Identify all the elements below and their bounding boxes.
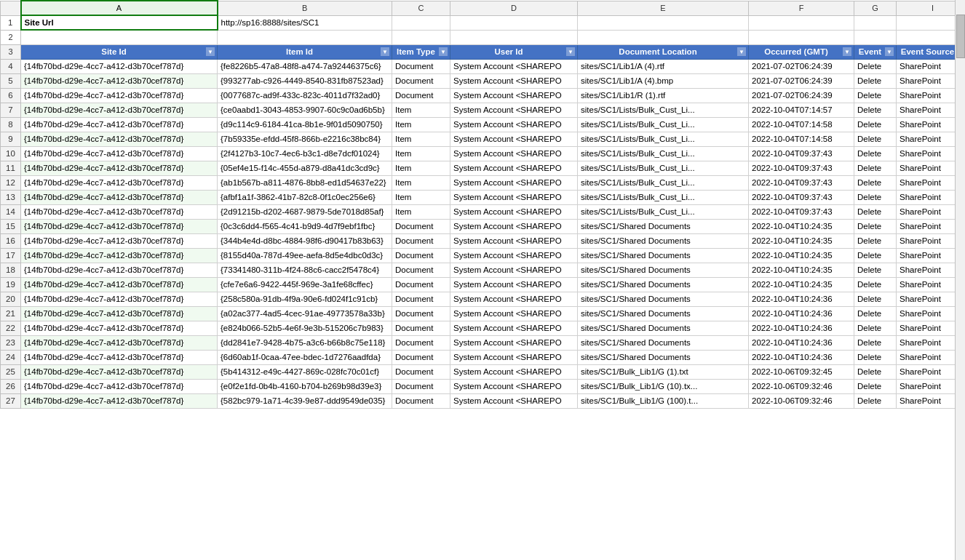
cell-c16[interactable]: Document [392,233,450,248]
cell-c8[interactable]: Item [392,117,450,132]
cell-g2[interactable] [854,30,897,44]
cell-d15[interactable]: System Account <SHAREPO [450,219,578,233]
cell-b12[interactable]: {ab1b567b-a811-4876-8bb8-ed1d54637e22} [218,175,392,190]
cell-f25[interactable]: 2022-10-06T09:32:45 [749,364,854,379]
cell-g15[interactable]: Delete [854,219,897,233]
cell-b22[interactable]: {e824b066-52b5-4e6f-9e3b-515206c7b983} [218,321,392,335]
cell-e17[interactable]: sites/SC1/Shared Documents [578,248,749,263]
cell-a19[interactable]: {14fb70bd-d29e-4cc7-a412-d3b70cef787d} [21,277,218,292]
cell-e11[interactable]: sites/SC1/Lists/Bulk_Cust_Li... [578,161,749,175]
cell-f24[interactable]: 2022-10-04T10:24:36 [749,350,854,364]
user-id-dropdown[interactable]: ▼ [566,47,575,56]
cell-f6[interactable]: 2021-07-02T06:24:39 [749,88,854,103]
cell-d25[interactable]: System Account <SHAREPO [450,364,578,379]
cell-e16[interactable]: sites/SC1/Shared Documents [578,233,749,248]
cell-e20[interactable]: sites/SC1/Shared Documents [578,292,749,306]
cell-c17[interactable]: Document [392,248,450,263]
cell-a10[interactable]: {14fb70bd-d29e-4cc7-a412-d3b70cef787d} [21,146,218,161]
cell-b4[interactable]: {fe8226b5-47a8-48f8-a474-7a92446375c6} [218,59,392,73]
event-dropdown[interactable]: ▼ [885,47,894,56]
cell-b20[interactable]: {258c580a-91db-4f9a-90e6-fd024f1c91cb} [218,292,392,306]
cell-d23[interactable]: System Account <SHAREPO [450,335,578,350]
cell-e21[interactable]: sites/SC1/Shared Documents [578,306,749,321]
cell-a24[interactable]: {14fb70bd-d29e-4cc7-a412-d3b70cef787d} [21,350,218,364]
cell-c2[interactable] [392,30,450,44]
cell-a20[interactable]: {14fb70bd-d29e-4cc7-a412-d3b70cef787d} [21,292,218,306]
cell-c1[interactable] [392,15,450,30]
cell-f23[interactable]: 2022-10-04T10:24:36 [749,335,854,350]
cell-a25[interactable]: {14fb70bd-d29e-4cc7-a412-d3b70cef787d} [21,364,218,379]
cell-g21[interactable]: Delete [854,306,897,321]
cell-a18[interactable]: {14fb70bd-d29e-4cc7-a412-d3b70cef787d} [21,263,218,277]
cell-a26[interactable]: {14fb70bd-d29e-4cc7-a412-d3b70cef787d} [21,379,218,393]
cell-a4[interactable]: {14fb70bd-d29e-4cc7-a412-d3b70cef787d} [21,59,218,73]
cell-d19[interactable]: System Account <SHAREPO [450,277,578,292]
cell-f14[interactable]: 2022-10-04T09:37:43 [749,204,854,219]
filter-event[interactable]: Event ▼ [854,44,897,59]
cell-b24[interactable]: {6d60ab1f-0caa-47ee-bdec-1d7276aadfda} [218,350,392,364]
cell-b7[interactable]: {ce0aabd1-3043-4853-9907-60c9c0ad6b5b} [218,103,392,117]
cell-c10[interactable]: Item [392,146,450,161]
cell-g4[interactable]: Delete [854,59,897,73]
cell-f16[interactable]: 2022-10-04T10:24:35 [749,233,854,248]
item-type-dropdown[interactable]: ▼ [439,47,448,56]
cell-e19[interactable]: sites/SC1/Shared Documents [578,277,749,292]
cell-e4[interactable]: sites/SC1/Lib1/A (4).rtf [578,59,749,73]
cell-g18[interactable]: Delete [854,263,897,277]
cell-a8[interactable]: {14fb70bd-d29e-4cc7-a412-d3b70cef787d} [21,117,218,132]
cell-e25[interactable]: sites/SC1/Bulk_Lib1/G (1).txt [578,364,749,379]
cell-e12[interactable]: sites/SC1/Lists/Bulk_Cust_Li... [578,175,749,190]
cell-e26[interactable]: sites/SC1/Bulk_Lib1/G (10).tx... [578,379,749,393]
cell-g20[interactable]: Delete [854,292,897,306]
cell-f17[interactable]: 2022-10-04T10:24:35 [749,248,854,263]
cell-f12[interactable]: 2022-10-04T09:37:43 [749,175,854,190]
cell-a27[interactable]: {14fb70bd-d29e-4cc7-a412-d3b70cef787d} [21,393,218,408]
cell-f13[interactable]: 2022-10-04T09:37:43 [749,190,854,204]
cell-e15[interactable]: sites/SC1/Shared Documents [578,219,749,233]
cell-f19[interactable]: 2022-10-04T10:24:35 [749,277,854,292]
cell-f9[interactable]: 2022-10-04T07:14:58 [749,132,854,146]
filter-item-id[interactable]: Item Id ▼ [218,44,392,59]
cell-b18[interactable]: {73341480-311b-4f24-88c6-cacc2f5478c4} [218,263,392,277]
cell-d26[interactable]: System Account <SHAREPO [450,379,578,393]
cell-d27[interactable]: System Account <SHAREPO [450,393,578,408]
cell-f7[interactable]: 2022-10-04T07:14:57 [749,103,854,117]
cell-a14[interactable]: {14fb70bd-d29e-4cc7-a412-d3b70cef787d} [21,204,218,219]
cell-f21[interactable]: 2022-10-04T10:24:36 [749,306,854,321]
filter-user-id[interactable]: User Id ▼ [450,44,578,59]
cell-d17[interactable]: System Account <SHAREPO [450,248,578,263]
vertical-scrollbar[interactable] [955,0,965,560]
cell-c20[interactable]: Document [392,292,450,306]
cell-f15[interactable]: 2022-10-04T10:24:35 [749,219,854,233]
cell-d8[interactable]: System Account <SHAREPO [450,117,578,132]
cell-e5[interactable]: sites/SC1/Lib1/A (4).bmp [578,73,749,88]
cell-c14[interactable]: Item [392,204,450,219]
cell-d2[interactable] [450,30,578,44]
cell-a1[interactable]: Site Url [21,15,218,30]
cell-c27[interactable]: Document [392,393,450,408]
cell-g16[interactable]: Delete [854,233,897,248]
cell-d5[interactable]: System Account <SHAREPO [450,73,578,88]
cell-f27[interactable]: 2022-10-06T09:32:46 [749,393,854,408]
cell-a21[interactable]: {14fb70bd-d29e-4cc7-a412-d3b70cef787d} [21,306,218,321]
cell-a22[interactable]: {14fb70bd-d29e-4cc7-a412-d3b70cef787d} [21,321,218,335]
cell-d14[interactable]: System Account <SHAREPO [450,204,578,219]
cell-b10[interactable]: {2f4127b3-10c7-4ec6-b3c1-d8e7dcf01024} [218,146,392,161]
cell-c6[interactable]: Document [392,88,450,103]
cell-e8[interactable]: sites/SC1/Lists/Bulk_Cust_Li... [578,117,749,132]
cell-g9[interactable]: Delete [854,132,897,146]
cell-g14[interactable]: Delete [854,204,897,219]
cell-d13[interactable]: System Account <SHAREPO [450,190,578,204]
cell-c12[interactable]: Item [392,175,450,190]
cell-b25[interactable]: {5b414312-e49c-4427-869c-028fc70c01cf} [218,364,392,379]
cell-b9[interactable]: {7b59335e-efdd-45f8-866b-e2216c38bc84} [218,132,392,146]
cell-f8[interactable]: 2022-10-04T07:14:58 [749,117,854,132]
cell-f20[interactable]: 2022-10-04T10:24:36 [749,292,854,306]
cell-a15[interactable]: {14fb70bd-d29e-4cc7-a412-d3b70cef787d} [21,219,218,233]
cell-f4[interactable]: 2021-07-02T06:24:39 [749,59,854,73]
cell-e23[interactable]: sites/SC1/Shared Documents [578,335,749,350]
cell-f26[interactable]: 2022-10-06T09:32:46 [749,379,854,393]
spreadsheet-container[interactable]: A B C D E F G I 1 Site Url http://sp16:8… [0,0,965,560]
cell-b13[interactable]: {afbf1a1f-3862-41b7-82c8-0f1c0ec256e6} [218,190,392,204]
cell-d21[interactable]: System Account <SHAREPO [450,306,578,321]
